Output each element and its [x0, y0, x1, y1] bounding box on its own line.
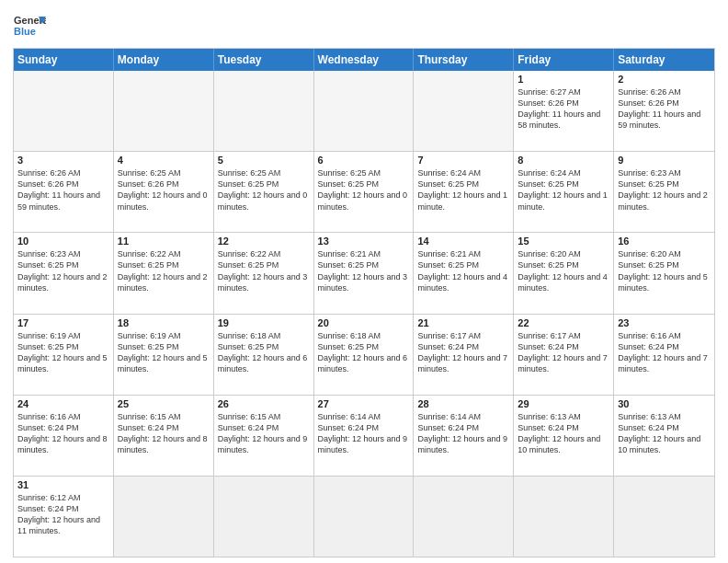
day-info: Sunrise: 6:23 AM Sunset: 6:25 PM Dayligh… — [17, 248, 109, 293]
day-info: Sunrise: 6:18 AM Sunset: 6:25 PM Dayligh… — [218, 330, 310, 375]
day-cell-29: 29Sunrise: 6:13 AM Sunset: 6:24 PM Dayli… — [514, 396, 614, 476]
day-info: Sunrise: 6:27 AM Sunset: 6:26 PM Dayligh… — [518, 86, 609, 132]
day-number: 13 — [318, 236, 410, 247]
day-info: Sunrise: 6:20 AM Sunset: 6:25 PM Dayligh… — [518, 248, 609, 293]
empty-cell — [314, 71, 415, 151]
day-info: Sunrise: 6:26 AM Sunset: 6:26 PM Dayligh… — [618, 86, 711, 132]
svg-text:Blue: Blue — [14, 26, 36, 37]
weekday-header-friday: Friday — [514, 49, 614, 71]
day-cell-7: 7Sunrise: 6:24 AM Sunset: 6:25 PM Daylig… — [414, 152, 514, 232]
empty-cell — [114, 71, 214, 151]
day-cell-27: 27Sunrise: 6:14 AM Sunset: 6:24 PM Dayli… — [314, 396, 415, 476]
day-cell-22: 22Sunrise: 6:17 AM Sunset: 6:24 PM Dayli… — [514, 315, 614, 395]
calendar: SundayMondayTuesdayWednesdayThursdayFrid… — [13, 48, 715, 557]
day-cell-5: 5Sunrise: 6:25 AM Sunset: 6:25 PM Daylig… — [214, 152, 314, 232]
day-number: 31 — [17, 479, 109, 490]
day-number: 29 — [518, 398, 609, 409]
calendar-row-5: 31Sunrise: 6:12 AM Sunset: 6:24 PM Dayli… — [14, 476, 714, 557]
day-number: 17 — [17, 317, 109, 328]
day-info: Sunrise: 6:26 AM Sunset: 6:26 PM Dayligh… — [17, 167, 109, 213]
weekday-header-saturday: Saturday — [614, 49, 714, 71]
day-number: 25 — [118, 398, 210, 409]
empty-cell — [214, 71, 314, 151]
day-number: 3 — [17, 155, 109, 166]
day-info: Sunrise: 6:14 AM Sunset: 6:24 PM Dayligh… — [417, 411, 509, 456]
day-number: 15 — [518, 236, 609, 247]
day-number: 4 — [118, 155, 210, 166]
day-info: Sunrise: 6:14 AM Sunset: 6:24 PM Dayligh… — [318, 411, 410, 456]
day-info: Sunrise: 6:16 AM Sunset: 6:24 PM Dayligh… — [618, 330, 711, 375]
day-number: 12 — [218, 236, 310, 247]
day-number: 9 — [618, 155, 711, 166]
day-info: Sunrise: 6:15 AM Sunset: 6:24 PM Dayligh… — [218, 411, 310, 456]
day-info: Sunrise: 6:25 AM Sunset: 6:25 PM Dayligh… — [218, 167, 310, 213]
day-number: 16 — [618, 236, 711, 247]
day-info: Sunrise: 6:17 AM Sunset: 6:24 PM Dayligh… — [417, 330, 509, 375]
day-cell-2: 2Sunrise: 6:26 AM Sunset: 6:26 PM Daylig… — [614, 71, 714, 151]
day-cell-15: 15Sunrise: 6:20 AM Sunset: 6:25 PM Dayli… — [514, 233, 614, 313]
generalblue-logo-icon: General Blue — [13, 9, 46, 42]
weekday-header-tuesday: Tuesday — [214, 49, 314, 71]
day-number: 22 — [518, 317, 609, 328]
empty-cell — [114, 477, 214, 557]
weekday-header-sunday: Sunday — [14, 49, 114, 71]
day-cell-30: 30Sunrise: 6:13 AM Sunset: 6:24 PM Dayli… — [614, 396, 714, 476]
day-info: Sunrise: 6:19 AM Sunset: 6:25 PM Dayligh… — [17, 330, 109, 375]
day-number: 7 — [417, 155, 509, 166]
empty-cell — [414, 71, 514, 151]
empty-cell — [314, 477, 415, 557]
logo: General Blue — [13, 9, 46, 42]
empty-cell — [614, 477, 714, 557]
day-info: Sunrise: 6:25 AM Sunset: 6:25 PM Dayligh… — [318, 167, 410, 213]
day-info: Sunrise: 6:22 AM Sunset: 6:25 PM Dayligh… — [218, 248, 310, 293]
day-number: 24 — [17, 398, 109, 409]
day-number: 27 — [318, 398, 410, 409]
day-cell-19: 19Sunrise: 6:18 AM Sunset: 6:25 PM Dayli… — [214, 315, 314, 395]
day-info: Sunrise: 6:21 AM Sunset: 6:25 PM Dayligh… — [417, 248, 509, 293]
empty-cell — [214, 477, 314, 557]
day-cell-18: 18Sunrise: 6:19 AM Sunset: 6:25 PM Dayli… — [114, 315, 214, 395]
day-info: Sunrise: 6:13 AM Sunset: 6:24 PM Dayligh… — [618, 411, 711, 456]
day-number: 21 — [417, 317, 509, 328]
day-info: Sunrise: 6:25 AM Sunset: 6:26 PM Dayligh… — [118, 167, 210, 213]
day-info: Sunrise: 6:12 AM Sunset: 6:24 PM Dayligh… — [17, 492, 109, 537]
day-cell-23: 23Sunrise: 6:16 AM Sunset: 6:24 PM Dayli… — [614, 315, 714, 395]
day-info: Sunrise: 6:23 AM Sunset: 6:25 PM Dayligh… — [618, 167, 711, 213]
day-cell-14: 14Sunrise: 6:21 AM Sunset: 6:25 PM Dayli… — [414, 233, 514, 313]
day-cell-31: 31Sunrise: 6:12 AM Sunset: 6:24 PM Dayli… — [14, 477, 114, 557]
weekday-header-thursday: Thursday — [414, 49, 514, 71]
day-number: 8 — [518, 155, 609, 166]
calendar-row-0: 1Sunrise: 6:27 AM Sunset: 6:26 PM Daylig… — [14, 71, 714, 151]
calendar-body: 1Sunrise: 6:27 AM Sunset: 6:26 PM Daylig… — [14, 71, 714, 557]
day-cell-4: 4Sunrise: 6:25 AM Sunset: 6:26 PM Daylig… — [114, 152, 214, 232]
day-cell-24: 24Sunrise: 6:16 AM Sunset: 6:24 PM Dayli… — [14, 396, 114, 476]
calendar-row-3: 17Sunrise: 6:19 AM Sunset: 6:25 PM Dayli… — [14, 314, 714, 395]
day-cell-3: 3Sunrise: 6:26 AM Sunset: 6:26 PM Daylig… — [14, 152, 114, 232]
day-info: Sunrise: 6:20 AM Sunset: 6:25 PM Dayligh… — [618, 248, 711, 293]
day-cell-12: 12Sunrise: 6:22 AM Sunset: 6:25 PM Dayli… — [214, 233, 314, 313]
day-cell-20: 20Sunrise: 6:18 AM Sunset: 6:25 PM Dayli… — [314, 315, 415, 395]
day-info: Sunrise: 6:15 AM Sunset: 6:24 PM Dayligh… — [118, 411, 210, 456]
day-number: 5 — [218, 155, 310, 166]
empty-cell — [14, 71, 114, 151]
day-cell-8: 8Sunrise: 6:24 AM Sunset: 6:25 PM Daylig… — [514, 152, 614, 232]
day-cell-6: 6Sunrise: 6:25 AM Sunset: 6:25 PM Daylig… — [314, 152, 415, 232]
weekday-header-wednesday: Wednesday — [314, 49, 415, 71]
day-info: Sunrise: 6:16 AM Sunset: 6:24 PM Dayligh… — [17, 411, 109, 456]
day-number: 6 — [318, 155, 410, 166]
day-number: 28 — [417, 398, 509, 409]
day-number: 18 — [118, 317, 210, 328]
header: General Blue — [13, 9, 715, 42]
day-info: Sunrise: 6:21 AM Sunset: 6:25 PM Dayligh… — [318, 248, 410, 293]
day-number: 10 — [17, 236, 109, 247]
day-number: 14 — [417, 236, 509, 247]
day-cell-1: 1Sunrise: 6:27 AM Sunset: 6:26 PM Daylig… — [514, 71, 614, 151]
day-number: 2 — [618, 74, 711, 85]
day-info: Sunrise: 6:22 AM Sunset: 6:25 PM Dayligh… — [118, 248, 210, 293]
day-number: 1 — [518, 74, 609, 85]
day-cell-10: 10Sunrise: 6:23 AM Sunset: 6:25 PM Dayli… — [14, 233, 114, 313]
day-cell-21: 21Sunrise: 6:17 AM Sunset: 6:24 PM Dayli… — [414, 315, 514, 395]
day-number: 19 — [218, 317, 310, 328]
day-cell-11: 11Sunrise: 6:22 AM Sunset: 6:25 PM Dayli… — [114, 233, 214, 313]
day-cell-26: 26Sunrise: 6:15 AM Sunset: 6:24 PM Dayli… — [214, 396, 314, 476]
